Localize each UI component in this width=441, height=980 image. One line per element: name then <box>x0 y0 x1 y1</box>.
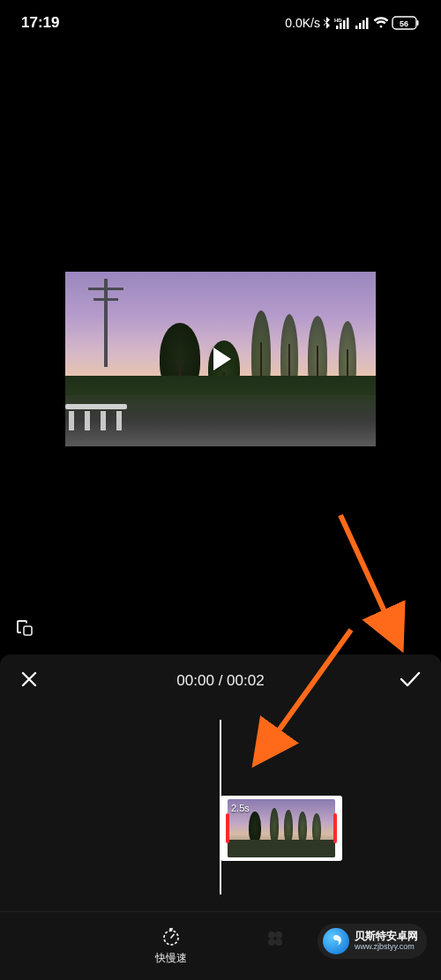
svg-rect-1 <box>336 26 339 29</box>
watermark-title: 贝斯特安卓网 <box>355 931 418 942</box>
stopwatch-icon <box>161 926 182 947</box>
svg-rect-4 <box>347 18 349 29</box>
confirm-button[interactable] <box>399 670 422 692</box>
svg-rect-2 <box>340 23 342 29</box>
svg-point-16 <box>268 931 275 939</box>
svg-rect-11 <box>24 626 32 635</box>
status-right: 0.0K/s HD 56 <box>285 16 420 30</box>
svg-rect-8 <box>366 18 369 29</box>
svg-point-19 <box>275 939 282 946</box>
tool-disabled-icon <box>265 928 286 949</box>
status-bar: 17:19 0.0K/s HD 56 <box>0 0 441 46</box>
timeline[interactable]: 2.5s <box>0 707 441 907</box>
svg-point-18 <box>268 939 275 946</box>
svg-rect-6 <box>359 23 362 29</box>
svg-text:HD: HD <box>334 18 342 23</box>
bluetooth-icon <box>323 16 332 30</box>
watermark-badge-icon <box>323 928 349 954</box>
speed-label: 快慢速 <box>155 951 187 966</box>
svg-line-20 <box>340 515 397 639</box>
svg-line-21 <box>261 630 351 755</box>
video-frame <box>65 272 376 446</box>
status-net-speed: 0.0K/s <box>285 16 320 30</box>
svg-rect-5 <box>355 26 358 29</box>
tool-disabled: x <box>265 928 286 965</box>
watermark: 贝斯特安卓网 www.zjbstyy.com <box>318 924 427 959</box>
svg-line-15 <box>171 935 174 939</box>
watermark-url: www.zjbstyy.com <box>355 943 418 952</box>
status-time: 17:19 <box>21 14 59 32</box>
svg-rect-7 <box>363 20 365 29</box>
edit-header: 00:00 / 00:02 <box>0 655 441 707</box>
svg-rect-3 <box>343 20 346 29</box>
clip-handle-left[interactable] <box>226 813 229 843</box>
wifi-icon <box>373 17 389 29</box>
battery-icon: 56 <box>392 16 420 30</box>
signal-hd-icon: HD <box>334 17 352 29</box>
clip-duration: 2.5s <box>231 803 250 813</box>
video-clip[interactable]: 2.5s <box>220 796 342 861</box>
play-button[interactable] <box>204 342 237 376</box>
annotation-arrow-2 <box>245 623 369 773</box>
speed-tool[interactable]: 快慢速 <box>155 926 187 966</box>
clip-handle-right[interactable] <box>333 813 337 843</box>
svg-rect-10 <box>417 20 419 26</box>
current-time: 00:00 <box>176 672 214 689</box>
playhead[interactable] <box>220 720 221 894</box>
signal-icon <box>355 17 370 29</box>
svg-point-17 <box>275 931 282 939</box>
close-button[interactable] <box>19 670 39 692</box>
battery-level: 56 <box>400 19 408 28</box>
aspect-ratio-button[interactable] <box>14 617 34 640</box>
